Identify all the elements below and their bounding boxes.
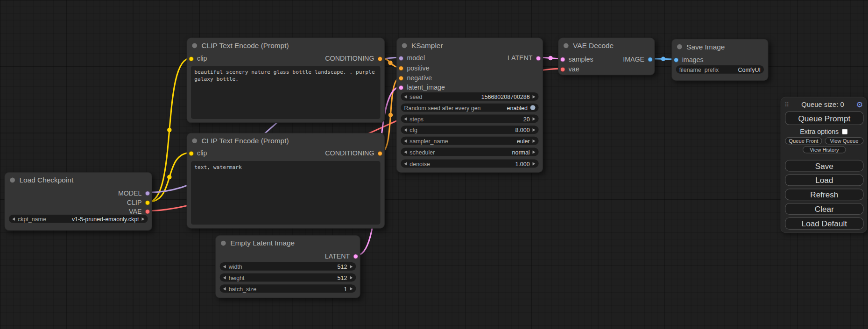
node-status-dot-icon[interactable] (221, 240, 226, 245)
positive-input-dot[interactable] (399, 65, 404, 70)
input-slot-clip[interactable]: clip (189, 54, 207, 63)
widget-cfg[interactable]: cfg 8.000 (401, 126, 538, 134)
node-header[interactable]: Save Image (672, 39, 768, 54)
increment-arrow-icon[interactable] (533, 150, 536, 154)
input-slot-positive[interactable]: positive (399, 63, 430, 72)
increment-arrow-icon[interactable] (350, 276, 353, 279)
images-input-dot[interactable] (674, 57, 679, 63)
increment-arrow-icon[interactable] (533, 162, 536, 165)
node-clip-text-encode-positive[interactable]: CLIP Text Encode (Prompt) clip CONDITION… (187, 38, 385, 123)
queue-front-button[interactable]: Queue Front (785, 137, 822, 144)
node-header[interactable]: VAE Decode (558, 38, 654, 53)
node-header[interactable]: KSampler (397, 38, 543, 53)
input-slot-negative[interactable]: negative (399, 74, 432, 83)
clip-output-dot[interactable] (145, 200, 150, 205)
settings-gear-icon[interactable]: ⚙ (856, 100, 863, 109)
input-slot-clip[interactable]: clip (189, 149, 207, 158)
clear-button[interactable]: Clear (785, 203, 863, 215)
decrement-arrow-icon[interactable] (404, 128, 407, 131)
output-slot-clip[interactable]: CLIP (127, 198, 150, 207)
output-slot-latent[interactable]: LATENT (508, 54, 541, 63)
output-slot-model[interactable]: MODEL (118, 189, 150, 197)
increment-arrow-icon[interactable] (533, 128, 536, 131)
node-header[interactable]: Empty Latent Image (216, 236, 360, 250)
input-slot-vae[interactable]: vae (560, 65, 579, 74)
widget-denoise[interactable]: denoise 1.000 (401, 159, 538, 168)
view-history-button[interactable]: View History (803, 146, 846, 153)
node-status-dot-icon[interactable] (402, 43, 407, 48)
node-save-image[interactable]: Save Image images filename_prefix ComfyU… (671, 39, 768, 81)
output-slot-latent[interactable]: LATENT (325, 252, 358, 260)
decrement-arrow-icon[interactable] (404, 162, 407, 165)
decrement-arrow-icon[interactable] (404, 95, 407, 98)
decrement-arrow-icon[interactable] (223, 276, 226, 279)
node-status-dot-icon[interactable] (192, 43, 197, 48)
widget-batch-size[interactable]: batch_size 1 (220, 284, 356, 293)
increment-arrow-icon[interactable] (533, 95, 536, 98)
widget-ckpt-name[interactable]: ckpt_name v1-5-pruned-emaonly.ckpt (9, 215, 148, 223)
load-default-button[interactable]: Load Default (785, 217, 863, 230)
node-empty-latent-image[interactable]: Empty Latent Image LATENT width 512 heig… (215, 235, 360, 298)
model-input-dot[interactable] (399, 56, 404, 61)
node-status-dot-icon[interactable] (677, 44, 682, 49)
increment-arrow-icon[interactable] (350, 265, 353, 268)
positive-prompt-textarea[interactable]: beautiful scenery nature glass bottle la… (191, 66, 380, 119)
negative-input-dot[interactable] (399, 76, 404, 81)
latent-output-dot[interactable] (536, 56, 541, 61)
increment-arrow-icon[interactable] (142, 217, 145, 220)
view-queue-button[interactable]: View Queue (825, 137, 864, 144)
node-header[interactable]: CLIP Text Encode (Prompt) (187, 133, 384, 148)
model-output-dot[interactable] (145, 190, 150, 196)
widget-steps[interactable]: steps 20 (401, 114, 538, 123)
increment-arrow-icon[interactable] (533, 117, 536, 120)
widget-seed[interactable]: seed 156680208700286 (401, 92, 538, 101)
image-output-dot[interactable] (648, 57, 653, 62)
input-slot-samples[interactable]: samples (560, 55, 593, 63)
widget-scheduler[interactable]: scheduler normal (401, 148, 538, 156)
extra-options-checkbox[interactable] (842, 129, 847, 134)
increment-arrow-icon[interactable] (533, 139, 536, 142)
drag-handle-icon[interactable]: ⠿ (784, 100, 789, 108)
node-clip-text-encode-negative[interactable]: CLIP Text Encode (Prompt) clip CONDITION… (187, 133, 385, 229)
decrement-arrow-icon[interactable] (12, 217, 15, 220)
samples-input-dot[interactable] (560, 57, 565, 62)
decrement-arrow-icon[interactable] (404, 150, 407, 154)
conditioning-output-dot[interactable] (378, 56, 383, 61)
node-header[interactable]: Load Checkpoint (5, 173, 152, 187)
toggle-knob-icon[interactable] (530, 105, 536, 110)
widget-filename-prefix[interactable]: filename_prefix ComfyUI (676, 65, 764, 74)
input-slot-latent-image[interactable]: latent_image (399, 83, 445, 92)
node-graph-canvas[interactable]: Load Checkpoint MODEL CLIP VAE ckpt_name… (0, 0, 868, 329)
latent-output-dot[interactable] (353, 254, 358, 259)
output-slot-conditioning[interactable]: CONDITIONING (325, 149, 382, 158)
input-slot-model[interactable]: model (399, 54, 425, 63)
output-slot-image[interactable]: IMAGE (623, 55, 653, 63)
decrement-arrow-icon[interactable] (404, 139, 407, 142)
clip-input-dot[interactable] (189, 151, 194, 156)
node-status-dot-icon[interactable] (192, 138, 197, 143)
queue-prompt-button[interactable]: Queue Prompt (785, 111, 863, 125)
node-vae-decode[interactable]: VAE Decode samples IMAGE vae (558, 38, 655, 76)
node-load-checkpoint[interactable]: Load Checkpoint MODEL CLIP VAE ckpt_name… (4, 172, 152, 231)
output-slot-conditioning[interactable]: CONDITIONING (325, 54, 382, 63)
widget-height[interactable]: height 512 (220, 273, 356, 282)
widget-sampler-name[interactable]: sampler_name euler (401, 137, 538, 145)
input-slot-images[interactable]: images (674, 56, 704, 64)
negative-prompt-textarea[interactable]: text, watermark (191, 161, 380, 224)
node-header[interactable]: CLIP Text Encode (Prompt) (187, 38, 384, 53)
save-button[interactable]: Save (785, 160, 863, 172)
vae-output-dot[interactable] (145, 209, 150, 214)
node-status-dot-icon[interactable] (564, 43, 569, 48)
widget-width[interactable]: width 512 (220, 262, 356, 271)
widget-seed-mode-toggle[interactable]: Random seed after every gen enabled (401, 104, 538, 112)
increment-arrow-icon[interactable] (350, 287, 353, 290)
node-status-dot-icon[interactable] (10, 177, 15, 182)
decrement-arrow-icon[interactable] (404, 117, 407, 120)
clip-input-dot[interactable] (189, 56, 194, 61)
conditioning-output-dot[interactable] (378, 151, 383, 156)
decrement-arrow-icon[interactable] (223, 265, 226, 268)
load-button[interactable]: Load (785, 174, 863, 186)
vae-input-dot[interactable] (560, 67, 565, 72)
decrement-arrow-icon[interactable] (223, 287, 226, 290)
refresh-button[interactable]: Refresh (785, 189, 863, 200)
